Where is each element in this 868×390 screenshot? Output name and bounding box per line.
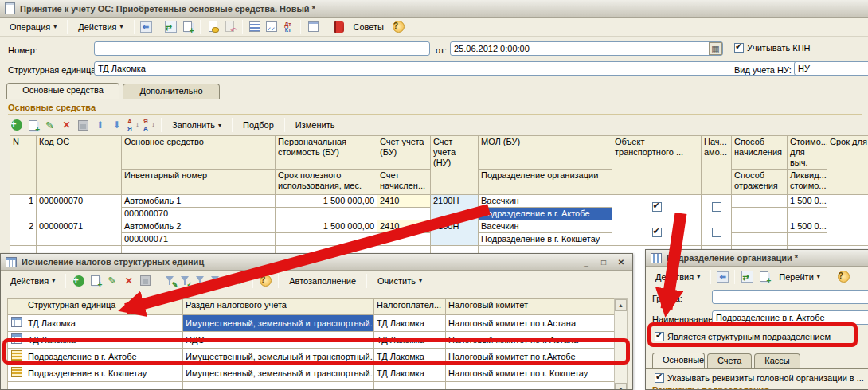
cell-liquid[interactable] [788,233,827,246]
cell-n[interactable]: 1 [10,195,37,220]
cell-payer[interactable]: ТД Лакомка [374,315,446,332]
cell-liquid[interactable] [788,208,827,220]
save-order-icon[interactable] [78,120,88,131]
col-header-method[interactable]: Способ начисления [732,136,788,170]
edit-row-icon[interactable] [43,119,57,132]
head-org-checkbox-row[interactable]: Указывать реквизиты головной организации… [655,373,864,383]
cell-method[interactable] [732,195,788,208]
col-header-payer[interactable]: Налогоплател... [374,299,446,315]
col-header-method-refl[interactable]: Способ отражения [732,170,788,195]
reread-icon[interactable] [165,21,177,33]
minimize-button[interactable]: _ [580,256,592,267]
col-header-committee[interactable]: Налоговый комитет [446,299,615,315]
number-input[interactable] [94,41,430,56]
tax-actions-menu-button[interactable]: Действия [6,274,60,288]
clear-button[interactable]: Очистить [373,274,427,288]
head-org-checkbox[interactable] [655,373,664,383]
cell-section-selected[interactable]: Имущественный, земельный и транспортный.… [183,315,374,332]
kpn-checkbox-row[interactable]: Учитывать КПН [734,43,811,53]
col-header-term[interactable]: Срок для ... [827,136,868,195]
help-icon[interactable] [393,21,405,33]
col-header-mol[interactable]: МОЛ (БУ) [479,136,612,170]
cell-committee[interactable]: Налоговый комитет по г.Астана [446,315,615,332]
transport-checkbox[interactable] [652,228,662,237]
cell-term[interactable] [827,195,868,220]
cell-cost-deduct[interactable]: 1 500 0... [788,195,827,208]
cell-asset[interactable]: Автомобиль 2 [122,220,276,233]
cell-term[interactable] [827,220,868,246]
col-header-life[interactable]: Срок полезного использования, мес. [276,170,377,195]
move-up-icon[interactable] [93,119,107,132]
refresh-icon[interactable] [233,274,247,287]
calendar-button-icon[interactable] [709,42,722,55]
copy-icon[interactable] [181,20,194,33]
filter-clear-icon[interactable] [209,275,221,287]
col-header-depr-flag[interactable]: Нач... амо... [702,136,732,195]
goto-menu-button[interactable]: Перейти [774,270,825,284]
unit-input[interactable]: ТД Лакомка [94,61,807,76]
cell-asset[interactable]: Автомобиль 1 [122,195,276,208]
cell-cost[interactable]: 1 500 000,00 [276,195,377,208]
fill-button[interactable]: Заполнить [167,118,226,132]
cell-inv[interactable]: 000000070 [122,208,276,220]
cell-depr-flag[interactable] [702,195,732,220]
cell-method-refl[interactable] [732,208,788,220]
col-header-liquid[interactable]: Ликвид... стоимо... [788,170,827,195]
cell-division-selected[interactable]: Подразделение в г. Актобе [479,208,612,220]
cell-transport[interactable] [612,195,702,220]
help-icon[interactable] [838,271,850,283]
col-header-inv[interactable]: Инвентарный номер [122,170,276,195]
cell-cost-deduct[interactable]: 1 500 0... [788,220,827,233]
col-header-transport[interactable]: Объект транспортного ... [612,136,702,195]
pick-button[interactable]: Подбор [238,118,279,132]
delete-row-icon[interactable] [60,119,73,132]
delete-row-icon[interactable] [122,274,135,287]
help-icon[interactable] [260,275,272,287]
dt-kt-icon[interactable] [282,20,295,33]
sort-desc-icon[interactable] [143,119,155,132]
depr-checkbox[interactable] [712,202,721,212]
cell-account-nu[interactable]: 2100Н [431,220,479,246]
move-down-icon[interactable] [110,119,123,132]
cell-n[interactable]: 2 [10,220,37,246]
cell-code[interactable]: 000000071 [37,220,122,246]
col-header-unit[interactable]: Структурная единица [25,299,183,315]
cell-mol[interactable]: Васечкин [479,220,612,233]
cell-account-depr[interactable] [377,233,431,246]
cell-unit[interactable]: ТД Лакомка [25,315,183,332]
post-document-icon[interactable] [206,20,220,33]
add-row-icon[interactable] [11,119,22,131]
cell-method[interactable] [732,220,788,233]
tab-cash[interactable]: Кассы [754,353,800,368]
col-header-division[interactable]: Подразделение организации [479,170,612,195]
kpn-checkbox[interactable] [734,43,744,53]
set-flags-icon[interactable] [266,21,277,32]
copy-row-icon[interactable] [88,274,102,287]
division-actions-menu-button[interactable]: Действия [651,270,705,284]
autofill-button[interactable]: Автозаполнение [284,274,361,288]
group-input[interactable] [712,290,868,304]
cell-inv[interactable]: 000000071 [122,233,276,246]
col-header-asset[interactable]: Основное средство [122,136,276,170]
maximize-button[interactable]: □ [597,256,610,267]
save-icon[interactable] [140,275,151,286]
sort-asc-icon[interactable] [127,119,139,132]
col-header-account-nu[interactable]: Счет учета (НУ) [431,136,479,195]
cell-transport[interactable] [612,220,702,246]
cell-committee[interactable]: Налоговый комитет по г. Кокшетау [446,365,615,382]
cell-life[interactable] [276,208,377,220]
col-header-account-bu[interactable]: Счет учета (БУ) [377,136,431,170]
save-close-icon[interactable] [717,271,729,283]
cell-unit[interactable]: Подразделение в г. Кокшетау [25,365,183,382]
cell-payer[interactable]: ТД Лакомка [374,365,446,382]
date-input[interactable]: 25.06.2012 0:00:00 [450,41,723,56]
col-header-section[interactable]: Раздел налогового учета [183,299,374,315]
unpost-document-icon[interactable] [223,20,237,33]
col-header-cost[interactable]: Первоначальная стоимость (БУ) [276,136,377,170]
structure-icon[interactable] [249,21,260,32]
copy-icon[interactable] [757,270,771,283]
cell-section[interactable]: Имущественный, земельный и транспортный.… [183,365,374,382]
cell-cost[interactable]: 1 500 000,00 [276,220,377,233]
edit-row-icon[interactable] [105,274,119,287]
cell-account-bu[interactable]: 2410 [377,195,431,208]
